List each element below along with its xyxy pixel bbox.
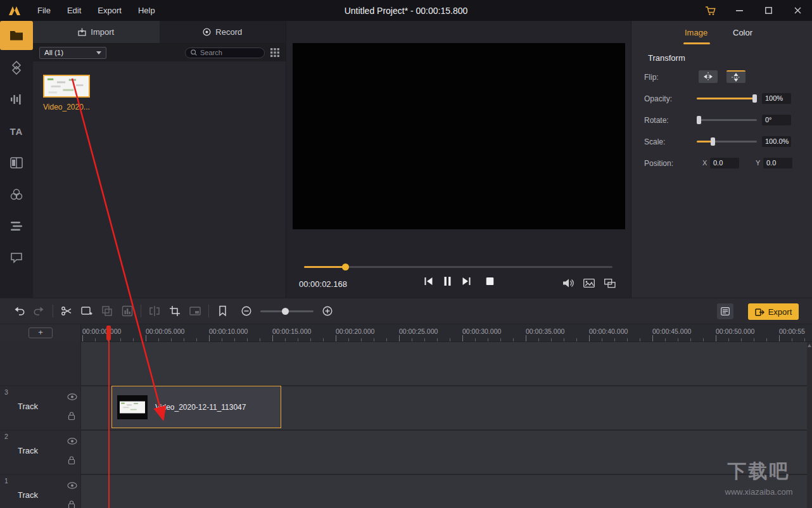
toolbar-separator (53, 305, 53, 317)
track-visibility-toggle[interactable] (67, 393, 77, 400)
flip-vertical-button[interactable] (726, 70, 745, 83)
filters-tab[interactable] (0, 179, 33, 210)
add-to-track-button[interactable] (77, 302, 97, 321)
track-name: Track (18, 446, 38, 455)
audio-tab[interactable] (0, 84, 33, 115)
rotate-value[interactable]: 0° (762, 115, 791, 125)
store-cart-icon[interactable] (695, 0, 725, 21)
timeline-zoom-slider[interactable] (260, 310, 314, 312)
elements-tab[interactable] (0, 210, 33, 242)
dual-screen-icon[interactable] (604, 279, 616, 288)
tab-color[interactable]: Color (733, 28, 752, 37)
track-lock-toggle[interactable] (67, 455, 76, 465)
seek-handle[interactable] (342, 264, 349, 270)
scroll-up-icon (808, 344, 811, 347)
track-visibility-toggle[interactable] (67, 482, 77, 489)
ruler-label: 00:00:50.000 (716, 327, 754, 335)
split-scissors-button[interactable] (56, 302, 77, 321)
media-search[interactable] (185, 48, 265, 58)
marker-button[interactable] (212, 302, 232, 321)
pause-button[interactable] (444, 277, 452, 286)
crop-button[interactable] (165, 302, 185, 321)
opacity-slider[interactable] (697, 98, 757, 99)
close-button[interactable] (783, 0, 812, 21)
menu-export[interactable]: Export (89, 0, 130, 21)
callouts-tab[interactable] (0, 242, 33, 274)
media-filter-dropdown[interactable]: All (1) (39, 47, 106, 59)
media-library-tab[interactable] (0, 21, 33, 50)
grid-view-button[interactable] (270, 48, 279, 57)
export-icon (755, 307, 764, 316)
menu-help[interactable]: Help (130, 0, 163, 21)
rotate-slider[interactable] (697, 119, 757, 121)
ruler-label: 00:00:40.000 (589, 327, 628, 335)
ruler-label: 00:00:35.000 (526, 327, 564, 335)
maximize-button[interactable] (754, 0, 783, 21)
export-button-label: Export (768, 307, 792, 317)
audio-wave-icon (10, 94, 23, 105)
split-screen-icon (10, 157, 23, 168)
flip-label: Flip: (644, 73, 659, 82)
scale-label: Scale: (644, 137, 665, 146)
timeline-ruler[interactable]: 00:00:00.000 00:00:05.000 00:00:10.000 0… (0, 324, 812, 342)
scale-slider[interactable] (697, 141, 757, 143)
rotate-slider-handle[interactable] (697, 116, 701, 124)
search-input[interactable] (200, 49, 259, 56)
volume-icon[interactable] (562, 278, 574, 288)
zoom-out-button[interactable] (236, 302, 257, 321)
position-y-value[interactable]: 0.0 (763, 158, 792, 168)
split-screen-tab[interactable] (0, 147, 33, 179)
toolbar-separator (141, 305, 141, 317)
minimize-button[interactable] (725, 0, 754, 21)
undo-button[interactable] (9, 302, 29, 321)
import-icon (78, 28, 86, 36)
current-time: 00:00:02.168 (299, 279, 347, 289)
zoom-in-button[interactable] (317, 302, 338, 321)
playhead-line[interactable] (108, 326, 110, 508)
scale-slider-handle[interactable] (711, 137, 715, 146)
opacity-value[interactable]: 100% (762, 93, 791, 104)
trim-button (144, 302, 165, 321)
flip-horizontal-button[interactable] (699, 70, 718, 83)
timeline-clip[interactable]: Video_2020-12-11_113047 (111, 386, 281, 428)
tab-record[interactable]: Record (160, 21, 286, 43)
tab-import[interactable]: Import (33, 21, 160, 43)
playback-controls (424, 277, 494, 286)
video-editor-window: File Edit Export Help Untitled Project* … (0, 0, 812, 508)
timeline: 00:00:00.000 00:00:05.000 00:00:10.000 0… (0, 324, 812, 508)
scale-value[interactable]: 100.0% (762, 136, 791, 147)
timeline-zoom-handle[interactable] (282, 308, 289, 315)
track-visibility-toggle[interactable] (67, 438, 77, 445)
timeline-scrollbar[interactable] (807, 342, 812, 508)
properties-panel-button (117, 302, 137, 321)
opacity-slider-handle[interactable] (752, 94, 757, 103)
seek-bar[interactable] (304, 266, 612, 268)
menu-file[interactable]: File (29, 0, 59, 21)
position-y-label: Y (756, 159, 760, 167)
media-filter-value: All (1) (44, 49, 63, 56)
media-item-thumbnail (43, 75, 90, 98)
transitions-tab[interactable] (0, 52, 33, 84)
media-item[interactable]: Video_2020... (43, 75, 92, 111)
stop-button[interactable] (486, 277, 494, 285)
export-queue-button[interactable] (717, 303, 733, 319)
playhead-marker[interactable] (106, 326, 111, 340)
menu-edit[interactable]: Edit (59, 0, 89, 21)
flip-horizontal-icon (702, 72, 714, 81)
position-x-value[interactable]: 0.0 (710, 158, 739, 168)
text-tab[interactable]: TA (0, 115, 33, 147)
fit-screen-icon[interactable] (583, 279, 595, 288)
flip-vertical-icon (732, 72, 740, 82)
track-lock-toggle[interactable] (67, 500, 76, 508)
tab-record-label: Record (215, 27, 242, 37)
ruler-label: 00:00:55 (779, 327, 805, 335)
previous-frame-button[interactable] (424, 277, 433, 286)
next-frame-button[interactable] (462, 277, 472, 286)
active-tab-underline (683, 42, 710, 44)
track-lock-toggle[interactable] (67, 411, 76, 421)
opacity-slider-fill (697, 98, 757, 99)
add-track-button[interactable]: + (29, 327, 53, 338)
export-button[interactable]: Export (748, 303, 799, 320)
app-logo (0, 0, 29, 21)
tab-image[interactable]: Image (685, 28, 707, 37)
